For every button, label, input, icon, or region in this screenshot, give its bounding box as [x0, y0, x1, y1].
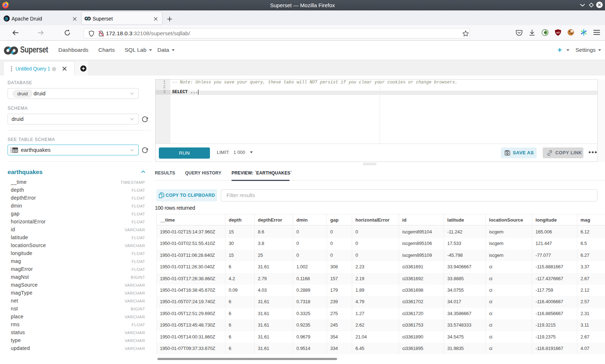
svg-text:uO: uO	[556, 31, 560, 34]
